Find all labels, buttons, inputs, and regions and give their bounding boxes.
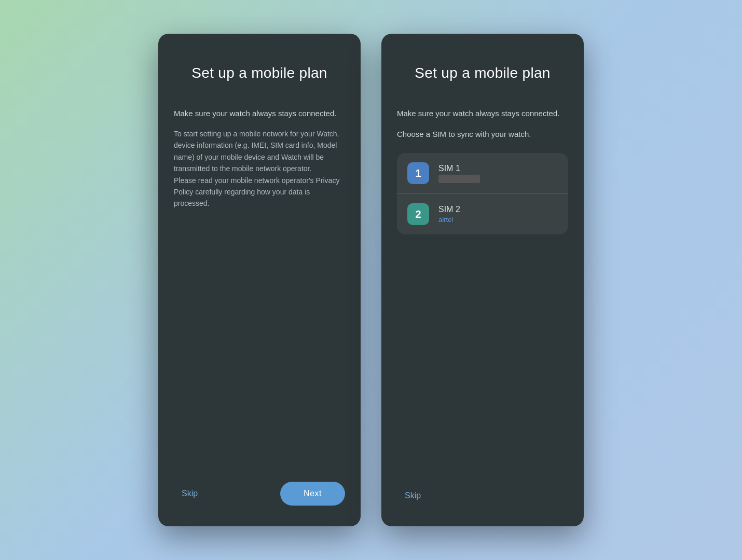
right-card-subtitle: Make sure your watch always stays connec… bbox=[397, 107, 568, 120]
left-card-body: To start setting up a mobile network for… bbox=[174, 128, 345, 209]
sim1-info: SIM 1 bbox=[438, 164, 480, 183]
left-card-subtitle: Make sure your watch always stays connec… bbox=[174, 107, 345, 120]
sim1-icon: 1 bbox=[407, 162, 429, 184]
right-phone-card: Set up a mobile plan Make sure your watc… bbox=[381, 34, 584, 526]
right-card-title: Set up a mobile plan bbox=[397, 65, 568, 81]
sim1-name: SIM 1 bbox=[438, 164, 480, 173]
next-button[interactable]: Next bbox=[280, 482, 345, 506]
left-card-title: Set up a mobile plan bbox=[174, 65, 345, 81]
sim2-sub-text: airtel bbox=[438, 216, 460, 223]
right-card-footer: Skip bbox=[397, 475, 568, 506]
left-skip-button[interactable]: Skip bbox=[174, 484, 205, 503]
left-card-footer: Skip Next bbox=[174, 471, 345, 506]
sim2-info: SIM 2 airtel bbox=[438, 205, 460, 223]
sim2-item[interactable]: 2 SIM 2 airtel bbox=[397, 193, 568, 234]
choose-sim-text: Choose a SIM to sync with your watch. bbox=[397, 128, 568, 141]
left-phone-card: Set up a mobile plan Make sure your watc… bbox=[158, 34, 361, 526]
sim1-item[interactable]: 1 SIM 1 bbox=[397, 153, 568, 193]
sim2-icon: 2 bbox=[407, 203, 429, 225]
sim-list: 1 SIM 1 2 SIM 2 airtel bbox=[397, 153, 568, 234]
sim1-sub bbox=[438, 175, 480, 183]
sim2-name: SIM 2 bbox=[438, 205, 460, 214]
right-skip-button[interactable]: Skip bbox=[397, 486, 429, 506]
